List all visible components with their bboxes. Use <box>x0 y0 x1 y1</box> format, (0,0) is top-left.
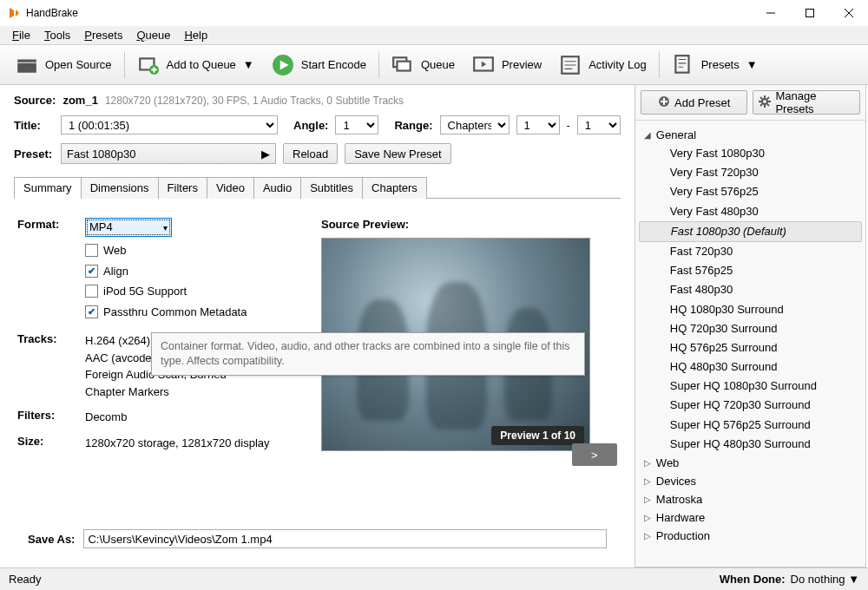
size-value: 1280x720 storage, 1281x720 display <box>85 435 304 452</box>
start-encode-button[interactable]: Start Encode <box>263 49 375 81</box>
presets-button[interactable]: Presets ▼ <box>663 49 766 81</box>
preset-panel-toolbar: Add Preset Manage Presets <box>635 85 865 121</box>
presets-icon <box>672 54 694 76</box>
maximize-button[interactable] <box>790 0 829 26</box>
preset-category[interactable]: ▷Matroska <box>639 490 862 508</box>
statusbar: Ready When Done: Do nothing ▼ <box>0 567 868 590</box>
tab-audio[interactable]: Audio <box>253 177 301 199</box>
menu-presets[interactable]: Presets <box>77 27 129 43</box>
preset-category[interactable]: ▷Production <box>639 527 862 545</box>
menu-help[interactable]: Help <box>177 27 214 43</box>
menu-queue[interactable]: Queue <box>129 27 177 43</box>
preset-category[interactable]: ◢General <box>639 126 862 144</box>
preset-category-label: Web <box>656 456 680 469</box>
menu-file[interactable]: File <box>5 27 37 43</box>
tab-summary[interactable]: Summary <box>14 177 82 199</box>
ipod-label: iPod 5G Support <box>103 283 187 300</box>
size-label: Size: <box>17 435 85 452</box>
open-source-button[interactable]: Open Source <box>7 49 121 81</box>
saveas-row: Save As: <box>14 522 621 559</box>
preset-item[interactable]: Very Fast 576p25 <box>639 182 862 201</box>
range-type-select[interactable]: Chapters <box>440 115 510 134</box>
web-label: Web <box>103 242 127 259</box>
separator <box>659 52 660 78</box>
when-done-label: When Done: <box>720 573 786 586</box>
range-to-select[interactable]: 1 <box>577 115 621 134</box>
separator <box>124 52 125 78</box>
web-optimized-checkbox[interactable] <box>85 244 98 257</box>
preset-item[interactable]: HQ 480p30 Surround <box>639 357 862 377</box>
saveas-label: Save As: <box>28 533 75 546</box>
menu-tools[interactable]: Tools <box>37 27 77 43</box>
range-from-select[interactable]: 1 <box>516 115 560 134</box>
preset-item[interactable]: HQ 720p30 Surround <box>639 319 862 338</box>
preset-category[interactable]: ▷Hardware <box>639 508 862 527</box>
activity-log-button[interactable]: Activity Log <box>550 49 654 81</box>
filters-value: Decomb <box>85 409 304 426</box>
preset-item[interactable]: Super HQ 1080p30 Surround <box>639 377 862 396</box>
source-preview-label: Source Preview: <box>321 218 617 231</box>
ipod-5g-checkbox[interactable] <box>85 285 98 298</box>
preview-button[interactable]: Preview <box>464 49 550 81</box>
tab-filters[interactable]: Filters <box>158 177 207 199</box>
preview-label: Preview <box>502 58 542 71</box>
preset-item[interactable]: Fast 576p25 <box>639 261 862 280</box>
manage-presets-label: Manage Presets <box>775 89 854 115</box>
preset-item[interactable]: Very Fast 720p30 <box>639 163 862 182</box>
chevron-right-icon: ▶ <box>261 148 270 161</box>
format-select[interactable]: MP4 ▾ <box>85 218 172 237</box>
svg-point-10 <box>762 99 767 104</box>
format-tooltip: Container format. Video, audio, and othe… <box>151 332 585 376</box>
preset-panel: Add Preset Manage Presets ◢GeneralVery F… <box>635 85 866 567</box>
title-label: Title: <box>14 119 54 132</box>
reload-button[interactable]: Reload <box>283 143 338 164</box>
tab-dimensions[interactable]: Dimensions <box>81 177 159 199</box>
preset-item[interactable]: Very Fast 480p30 <box>639 202 862 221</box>
saveas-input[interactable] <box>83 529 606 548</box>
queue-button[interactable]: Queue <box>383 49 464 81</box>
minimize-button[interactable] <box>751 0 790 26</box>
add-preset-label: Add Preset <box>674 96 730 109</box>
title-select[interactable]: 1 (00:01:35) <box>61 115 278 134</box>
preset-item[interactable]: HQ 1080p30 Surround <box>639 300 862 319</box>
tab-chapters[interactable]: Chapters <box>362 177 427 199</box>
tab-subtitles[interactable]: Subtitles <box>300 177 363 199</box>
angle-select[interactable]: 1 <box>335 115 378 134</box>
preset-category-label: Matroska <box>656 493 702 506</box>
preset-label: Preset: <box>14 148 54 161</box>
preset-item[interactable]: Fast 1080p30 (Default) <box>639 221 862 242</box>
filters-label: Filters: <box>17 409 85 426</box>
preset-item[interactable]: Fast 720p30 <box>639 242 862 261</box>
when-done-dropdown[interactable]: Do nothing ▼ <box>791 573 859 586</box>
align-label: Align <box>103 263 128 280</box>
preview-next-button[interactable]: > <box>572 443 617 466</box>
svg-rect-0 <box>806 10 813 17</box>
add-to-queue-button[interactable]: Add to Queue ▼ <box>128 49 263 81</box>
preset-item[interactable]: Very Fast 1080p30 <box>639 144 862 163</box>
preset-category[interactable]: ▷Devices <box>639 472 862 490</box>
chevron-down-icon: ▼ <box>243 58 254 71</box>
titlebar: HandBrake <box>0 0 868 26</box>
format-value: MP4 <box>89 219 113 236</box>
preset-category-label: Hardware <box>656 511 705 524</box>
add-preset-button[interactable]: Add Preset <box>641 90 748 115</box>
preset-item[interactable]: Super HQ 576p25 Surround <box>639 416 862 435</box>
plus-icon <box>658 95 670 110</box>
preset-category[interactable]: ▷Web <box>639 454 862 472</box>
preset-item[interactable]: HQ 576p25 Surround <box>639 338 862 357</box>
preset-item[interactable]: Fast 480p30 <box>639 280 862 299</box>
save-new-preset-button[interactable]: Save New Preset <box>345 143 450 164</box>
main-area: Source: zom_1 1280x720 (1281x720), 30 FP… <box>0 85 868 567</box>
preset-item[interactable]: Super HQ 720p30 Surround <box>639 396 862 415</box>
passthru-metadata-checkbox[interactable] <box>85 305 98 318</box>
manage-presets-button[interactable]: Manage Presets <box>753 90 860 115</box>
preset-item[interactable]: Super HQ 480p30 Surround <box>639 435 862 454</box>
preset-tree[interactable]: ◢GeneralVery Fast 1080p30Very Fast 720p3… <box>635 121 865 567</box>
close-button[interactable] <box>829 0 868 26</box>
tab-video[interactable]: Video <box>207 177 254 199</box>
chevron-down-icon: ▼ <box>848 573 859 586</box>
track-line: Chapter Markers <box>85 384 304 401</box>
align-av-checkbox[interactable] <box>85 265 98 278</box>
range-separator: - <box>567 119 570 132</box>
preset-field[interactable]: Fast 1080p30 ▶ <box>61 143 276 164</box>
